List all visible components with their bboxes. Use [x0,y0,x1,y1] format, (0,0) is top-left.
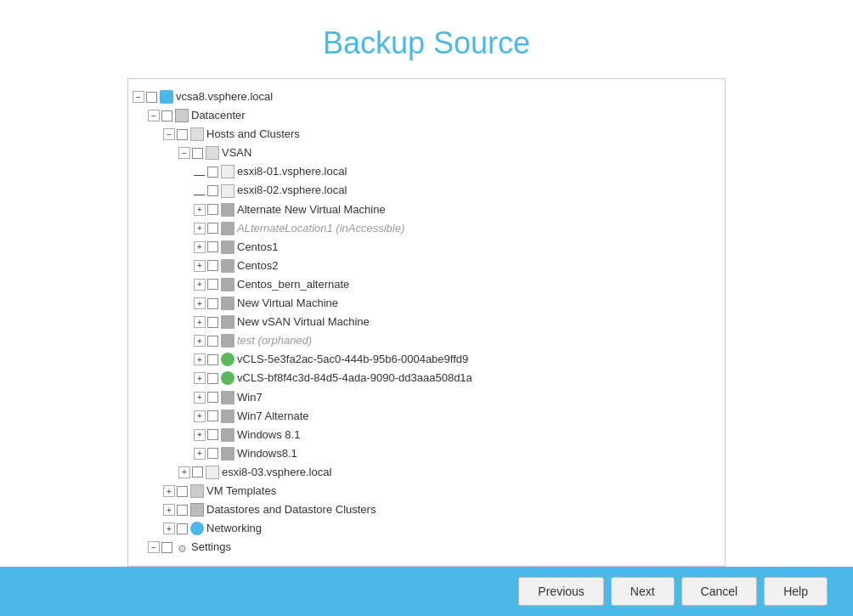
expand-vcls-2[interactable]: + [194,372,206,384]
tree-node-datastores[interactable]: + Datastores and Datastore Clusters [163,500,720,519]
expand-win7[interactable]: + [194,392,206,404]
checkbox-alt-location1[interactable] [207,223,218,234]
tree-node-settings[interactable]: − ⚙ Settings [148,538,720,557]
previous-button[interactable]: Previous [518,577,603,606]
tree-node-new-vsan-vm[interactable]: + New vSAN Virtual Machine [194,313,720,331]
vm-icon-new-vm [221,297,234,310]
tree-node-vcls-2[interactable]: + vCLS-bf8f4c3d-84d5-4ada-9090-dd3aaa508… [194,369,720,387]
checkbox-centos-bern[interactable] [207,279,218,290]
tree-node-new-vm[interactable]: + New Virtual Machine [194,294,720,313]
vm-icon-centos1 [221,240,234,254]
expand-win81-2[interactable]: + [194,448,206,460]
checkbox-win81[interactable] [207,429,218,440]
tree-node-hosts-clusters[interactable]: − Hosts and Clusters [163,125,720,144]
checkbox-vcls-2[interactable] [207,373,218,384]
tree-node-networking[interactable]: + Networking [163,519,720,538]
cluster-icon [190,127,204,141]
checkbox-networking[interactable] [177,523,188,534]
expand-datastores[interactable]: + [163,504,175,516]
checkbox-datacenter[interactable] [161,110,172,122]
bottom-toolbar: Previous Next Cancel Help [0,567,853,616]
label-win7: Win7 [237,388,263,407]
label-win7-alt: Win7 Alternate [237,407,309,426]
label-esxi8-02: esxi8-02.vsphere.local [237,181,347,200]
tree-node-win7-alt[interactable]: + Win7 Alternate [194,407,720,426]
checkbox-new-vsan-vm[interactable] [207,317,218,328]
expand-esxi8-03[interactable]: + [178,466,190,478]
label-vcls-1: vCLS-5e3fa2ac-5ac0-444b-95b6-0004abe9ffd… [237,350,468,369]
vm-icon-win81 [221,428,234,442]
expand-alt-new-vm[interactable]: + [194,204,206,216]
label-centos-bern: Centos_bern_alternate [237,275,349,294]
settings-icon: ⚙ [175,540,189,554]
expand-vsan[interactable]: − [178,147,190,159]
label-datastores: Datastores and Datastore Clusters [206,500,376,519]
label-networking: Networking [206,519,262,538]
tree-node-centos2[interactable]: + Centos2 [194,257,720,275]
checkbox-win81-2[interactable] [207,448,218,459]
checkbox-settings[interactable] [161,542,172,553]
tree-node-esxi8-03[interactable]: + esxi8-03.vsphere.local [178,463,720,482]
tree-node-alt-location1[interactable]: + ALternateLocation1 (inAccessible) [194,219,720,238]
checkbox-alt-new-vm[interactable] [207,204,218,215]
expand-vm-templates[interactable]: + [163,485,175,497]
checkbox-hosts-clusters[interactable] [177,129,188,140]
expand-networking[interactable]: + [163,523,175,534]
expand-vcls-1[interactable]: + [194,353,206,365]
tree-node-datacenter[interactable]: − Datacenter [148,106,720,125]
checkbox-win7-alt[interactable] [207,410,218,421]
checkbox-vcsa8[interactable] [146,92,157,103]
tree-node-centos1[interactable]: + Centos1 [194,238,720,257]
tree-node-centos-bern[interactable]: + Centos_bern_alternate [194,275,720,294]
datastore-icon [190,503,204,517]
tree-node-win7[interactable]: + Win7 [194,388,720,407]
expand-alt-location1[interactable]: + [194,223,206,235]
tree-node-vsan[interactable]: − VSAN [178,144,720,162]
checkbox-centos2[interactable] [207,260,218,271]
help-button[interactable]: Help [764,577,828,606]
expand-centos2[interactable]: + [194,260,206,272]
expand-new-vsan-vm[interactable]: + [194,316,206,328]
cancel-button[interactable]: Cancel [681,577,758,606]
vm-icon-alt-location1 [221,222,234,235]
label-vm-templates: VM Templates [206,482,276,500]
label-new-vsan-vm: New vSAN Virtual Machine [237,313,370,331]
tree-node-test-orphaned[interactable]: + test (orphaned) [194,331,720,350]
label-esxi8-03: esxi8-03.vsphere.local [222,463,331,482]
expand-centos-bern[interactable]: + [194,279,206,291]
checkbox-esxi8-03[interactable] [192,466,203,478]
tree-node-esxi8-02[interactable]: — esxi8-02.vsphere.local [194,181,720,200]
tree-node-esxi8-01[interactable]: — esxi8-01.vsphere.local [194,162,720,181]
checkbox-datastores[interactable] [177,505,188,516]
expand-settings[interactable]: − [148,541,160,553]
label-alt-new-vm: Alternate New Virtual Machine [237,201,386,219]
checkbox-vsan[interactable] [192,148,203,159]
checkbox-vcls-1[interactable] [207,354,218,365]
tree-node-vm-templates[interactable]: + VM Templates [163,482,720,500]
expand-win7-alt[interactable]: + [194,410,206,422]
tree-node-win81-2[interactable]: + Windows8.1 [194,444,720,463]
checkbox-vm-templates[interactable] [177,486,188,497]
label-vcls-2: vCLS-bf8f4c3d-84d5-4ada-9090-dd3aaa508d1… [237,369,472,387]
checkbox-new-vm[interactable] [207,298,218,309]
checkbox-esxi8-02[interactable] [207,185,218,196]
expand-test-orphaned[interactable]: + [194,335,206,347]
label-vcsa8: vcsa8.vsphere.local [176,88,273,106]
checkbox-esxi8-01[interactable] [207,167,218,178]
tree-node-win81[interactable]: + Windows 8.1 [194,426,720,444]
expand-vcsa8[interactable]: − [133,91,144,103]
expand-new-vm[interactable]: + [194,297,206,309]
expand-hosts-clusters[interactable]: − [163,128,175,140]
expand-centos1[interactable]: + [194,241,206,253]
checkbox-win7[interactable] [207,392,218,403]
tree-node-vcls-1[interactable]: + vCLS-5e3fa2ac-5ac0-444b-95b6-0004abe9f… [194,350,720,369]
label-hosts-clusters: Hosts and Clusters [206,125,300,144]
expand-datacenter[interactable]: − [148,110,160,122]
vm-icon-alt-new-vm [221,203,234,217]
next-button[interactable]: Next [611,577,675,606]
expand-win81[interactable]: + [194,429,206,441]
checkbox-test-orphaned[interactable] [207,336,218,347]
tree-node-vcsa8[interactable]: − vcsa8.vsphere.local [133,88,720,106]
tree-node-alt-new-vm[interactable]: + Alternate New Virtual Machine [194,201,720,219]
checkbox-centos1[interactable] [207,241,218,252]
